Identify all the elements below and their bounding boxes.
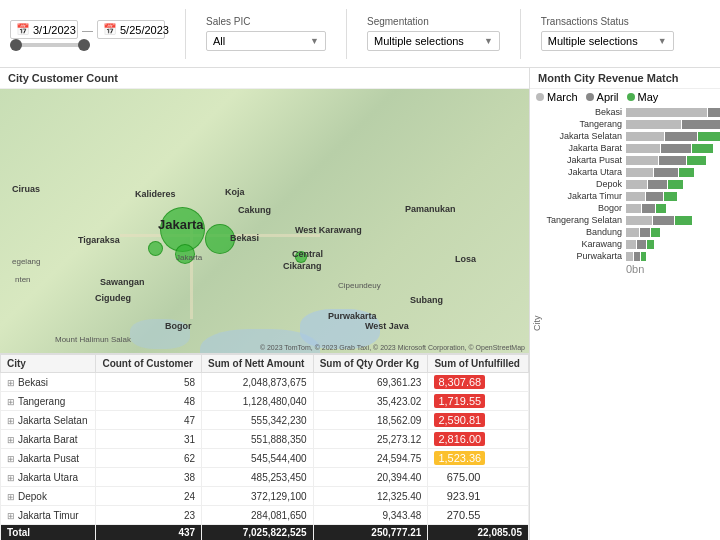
sales-pic-filter: Sales PIC All ▼ [206,16,326,51]
cell-count: 31 [96,430,202,449]
date-slider[interactable] [10,43,165,47]
total-nett: 7,025,822,525 [202,525,314,541]
sales-pic-value: All [213,35,225,47]
legend-label-may: May [638,91,659,103]
map-label-egelang: egelang [12,257,40,266]
date-start-input[interactable]: 📅 3/1/2023 [10,20,78,39]
bar-april [637,240,646,249]
divider-2 [346,9,347,59]
chart-bars [626,156,720,165]
bar-may [692,144,713,153]
main-content: City Customer Count Ciruas Kalideres Koj… [0,68,720,540]
cell-count: 62 [96,449,202,468]
table-header-row: City Count of Customer Sum of Nett Amoun… [1,355,529,373]
map-footer: © 2023 TomTom, © 2023 Grab Taxi, © 2023 … [260,344,525,351]
chart-legend: March April May [530,89,720,107]
cell-count: 24 [96,487,202,506]
chart-row: Bekasi [544,107,720,117]
cell-unfulfilled: 1,719.55 [428,392,529,411]
table-row: ⊞Jakarta Pusat 62 545,544,400 24,594.75 … [1,449,529,468]
bar-march [626,192,645,201]
cell-city: ⊞Jakarta Utara [1,468,96,487]
chart-row-label: Bekasi [544,107,622,117]
legend-may: May [627,91,659,103]
chart-bars [626,216,720,225]
bar-april [642,204,655,213]
chart-row: Jakarta Timur [544,191,720,201]
chart-bars [626,120,720,129]
chart-title: Month City Revenue Match [530,68,720,89]
top-bar: 📅 3/1/2023 — 📅 5/25/2023 Sales PIC All ▼… [0,0,720,68]
bar-april [659,156,686,165]
data-table: City Count of Customer Sum of Nett Amoun… [0,354,529,540]
date-separator: — [82,24,93,36]
cell-unfulfilled: 675.00 [428,468,529,487]
bar-may [698,132,720,141]
chart-body: BekasiTangerangJakarta SelatanJakarta Ba… [544,107,720,540]
map-label-sawangan: Sawangan [100,277,145,287]
segmentation-label: Segmentation [367,16,500,27]
cell-unfulfilled: 270.55 [428,506,529,525]
sales-pic-dropdown[interactable]: All ▼ [206,31,326,51]
map-label-westjava: West Java [365,321,409,331]
bar-may [641,252,646,261]
legend-dot-april [586,93,594,101]
bar-march [626,204,641,213]
table-area: City Count of Customer Sum of Nett Amoun… [0,354,529,540]
map-label-mounthalimun: Mount Halimun Salak [55,335,131,344]
total-qty: 250,777.21 [313,525,428,541]
chart-row: Jakarta Pusat [544,155,720,165]
bar-march [626,120,681,129]
table-total-row: Total 437 7,025,822,525 250,777.21 22,08… [1,525,529,541]
bar-april [646,192,663,201]
map-label-cakung: Cakung [238,205,271,215]
dropdown-arrow-1: ▼ [310,36,319,46]
chart-row-label: Jakarta Utara [544,167,622,177]
legend-label-april: April [597,91,619,103]
chart-row: Jakarta Utara [544,167,720,177]
slider-track [10,43,90,47]
chart-row-label: Jakarta Selatan [544,131,622,141]
divider-3 [520,9,521,59]
cell-nett: 555,342,230 [202,411,314,430]
segmentation-filter: Segmentation Multiple selections ▼ [367,16,500,51]
transactions-dropdown[interactable]: Multiple selections ▼ [541,31,674,51]
date-range: 📅 3/1/2023 — 📅 5/25/2023 [10,20,165,39]
cell-unfulfilled: 2,590.81 [428,411,529,430]
table-row: ⊞Tangerang 48 1,128,480,040 35,423.02 1,… [1,392,529,411]
chart-row: Tangerang Selatan [544,215,720,225]
cell-count: 23 [96,506,202,525]
chart-bars [626,108,720,117]
chart-row-label: Jakarta Timur [544,191,622,201]
segmentation-dropdown[interactable]: Multiple selections ▼ [367,31,500,51]
chart-bars [626,132,720,141]
bar-may [675,216,692,225]
legend-march: March [536,91,578,103]
map-label-bogor: Bogor [165,321,192,331]
bar-may [656,204,666,213]
map-label-ciruas: Ciruas [12,184,40,194]
bar-march [626,108,707,117]
chart-bars [626,168,720,177]
cell-qty: 35,423.02 [313,392,428,411]
map-label-pamanukan: Pamanukan [405,204,456,214]
cell-unfulfilled: 923.91 [428,487,529,506]
cell-city: ⊞Jakarta Pusat [1,449,96,468]
cell-nett: 551,888,350 [202,430,314,449]
date-end-value: 5/25/2023 [120,24,169,36]
map-area: Ciruas Kalideres Koja Cakung Jakarta Tig… [0,89,529,354]
table-row: ⊞Depok 24 372,129,100 12,325.40 923.91 [1,487,529,506]
slider-thumb-right[interactable] [78,39,90,51]
slider-thumb-left[interactable] [10,39,22,51]
bar-april [640,228,650,237]
chart-bars [626,204,720,213]
dropdown-arrow-3: ▼ [658,36,667,46]
bar-april [654,168,678,177]
transactions-filter: Transactions Status Multiple selections … [541,16,674,51]
legend-dot-march [536,93,544,101]
chart-row: Depok [544,179,720,189]
bar-april [661,144,691,153]
map-label-westkarawang: West Karawang [295,225,362,235]
date-end-input[interactable]: 📅 5/25/2023 [97,20,165,39]
cell-nett: 372,129,100 [202,487,314,506]
